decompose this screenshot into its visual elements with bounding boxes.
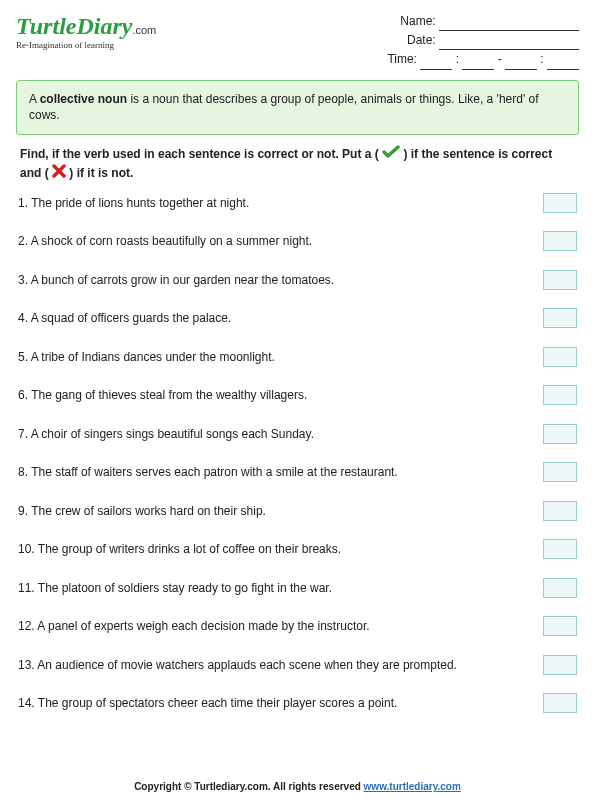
cross-icon — [52, 164, 66, 183]
copyright-text: Copyright © Turtlediary.com. All rights … — [134, 781, 363, 792]
answer-box[interactable] — [543, 578, 577, 598]
question-row: 1. The pride of lions hunts together at … — [18, 193, 577, 213]
date-label: Date: — [407, 33, 436, 47]
question-text: 4. A squad of officers guards the palace… — [18, 311, 543, 325]
answer-box[interactable] — [543, 347, 577, 367]
question-row: 11. The platoon of soldiers stay ready t… — [18, 578, 577, 598]
instructions: Find, if the verb used in each sentence … — [16, 145, 579, 193]
question-row: 2. A shock of corn roasts beautifully on… — [18, 231, 577, 251]
time-blank-1[interactable] — [420, 56, 452, 70]
question-text: 7. A choir of singers sings beautiful so… — [18, 427, 543, 441]
logo-main: TurtleDiary — [16, 13, 132, 39]
logo-tagline: Re-Imagination of learning — [16, 40, 156, 50]
question-row: 4. A squad of officers guards the palace… — [18, 308, 577, 328]
instr-part3: ) if it is not. — [69, 166, 133, 180]
logo-dotcom: .com — [132, 24, 156, 36]
time-blank-4[interactable] — [547, 56, 579, 70]
question-row: 14. The group of spectators cheer each t… — [18, 693, 577, 713]
question-text: 10. The group of writers drinks a lot of… — [18, 542, 543, 556]
question-row: 3. A bunch of carrots grow in our garden… — [18, 270, 577, 290]
question-row: 6. The gang of thieves steal from the we… — [18, 385, 577, 405]
question-row: 8. The staff of waiters serves each patr… — [18, 462, 577, 482]
answer-box[interactable] — [543, 693, 577, 713]
questions-list: 1. The pride of lions hunts together at … — [16, 193, 579, 714]
answer-box[interactable] — [543, 308, 577, 328]
worksheet-header: TurtleDiary.com Re-Imagination of learni… — [16, 12, 579, 70]
question-text: 9. The crew of sailors works hard on the… — [18, 504, 543, 518]
time-row: Time: : - : — [387, 50, 579, 69]
question-text: 6. The gang of thieves steal from the we… — [18, 388, 543, 402]
answer-box[interactable] — [543, 231, 577, 251]
question-text: 12. A panel of experts weigh each decisi… — [18, 619, 543, 633]
question-text: 8. The staff of waiters serves each patr… — [18, 465, 543, 479]
def-term: collective noun — [40, 92, 127, 106]
question-text: 11. The platoon of soldiers stay ready t… — [18, 581, 543, 595]
answer-box[interactable] — [543, 616, 577, 636]
question-text: 2. A shock of corn roasts beautifully on… — [18, 234, 543, 248]
answer-box[interactable] — [543, 193, 577, 213]
name-row: Name: — [387, 12, 579, 31]
time-blank-3[interactable] — [505, 56, 537, 70]
name-blank[interactable] — [439, 17, 579, 31]
question-text: 1. The pride of lions hunts together at … — [18, 196, 543, 210]
footer: Copyright © Turtlediary.com. All rights … — [0, 781, 595, 792]
answer-box[interactable] — [543, 462, 577, 482]
name-label: Name: — [400, 14, 435, 28]
question-row: 13. An audience of movie watchers applau… — [18, 655, 577, 675]
time-blank-2[interactable] — [462, 56, 494, 70]
instr-part1: Find, if the verb used in each sentence … — [20, 147, 379, 161]
answer-box[interactable] — [543, 501, 577, 521]
question-text: 13. An audience of movie watchers applau… — [18, 658, 543, 672]
date-blank[interactable] — [439, 36, 579, 50]
question-row: 10. The group of writers drinks a lot of… — [18, 539, 577, 559]
answer-box[interactable] — [543, 655, 577, 675]
answer-box[interactable] — [543, 270, 577, 290]
checkmark-icon — [382, 145, 400, 164]
question-text: 14. The group of spectators cheer each t… — [18, 696, 543, 710]
question-text: 5. A tribe of Indians dances under the m… — [18, 350, 543, 364]
logo-area: TurtleDiary.com Re-Imagination of learni… — [16, 12, 156, 50]
student-info: Name: Date: Time: : - : — [387, 12, 579, 70]
answer-box[interactable] — [543, 424, 577, 444]
answer-box[interactable] — [543, 539, 577, 559]
footer-link[interactable]: www.turtlediary.com — [364, 781, 461, 792]
question-text: 3. A bunch of carrots grow in our garden… — [18, 273, 543, 287]
answer-box[interactable] — [543, 385, 577, 405]
question-row: 5. A tribe of Indians dances under the m… — [18, 347, 577, 367]
definition-box: A collective noun is a noun that describ… — [16, 80, 579, 136]
def-before: A — [29, 92, 40, 106]
question-row: 9. The crew of sailors works hard on the… — [18, 501, 577, 521]
logo: TurtleDiary.com — [16, 16, 156, 38]
date-row: Date: — [387, 31, 579, 50]
time-label: Time: — [387, 52, 417, 66]
question-row: 7. A choir of singers sings beautiful so… — [18, 424, 577, 444]
question-row: 12. A panel of experts weigh each decisi… — [18, 616, 577, 636]
